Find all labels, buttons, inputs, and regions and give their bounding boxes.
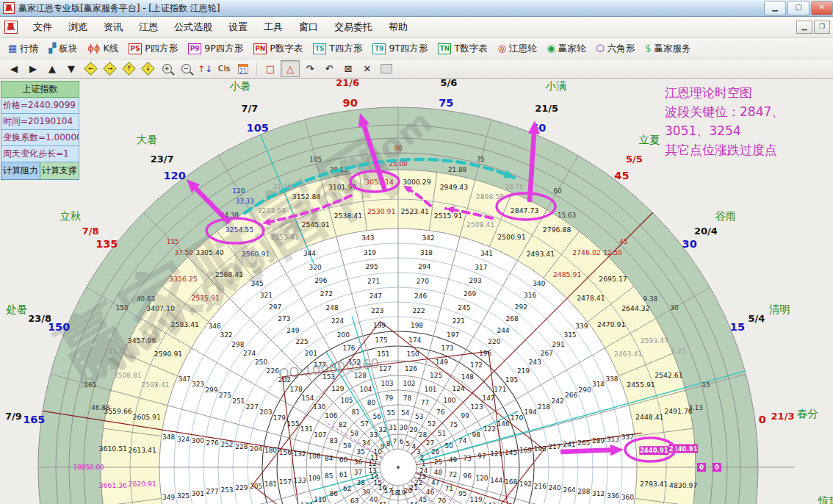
- toolbar-label: P四方形: [145, 43, 178, 55]
- pan-up-button[interactable]: ▲: [43, 61, 61, 76]
- svg-text:294: 294: [418, 263, 430, 270]
- svg-text:349: 349: [162, 494, 175, 501]
- svg-text:192: 192: [519, 480, 532, 488]
- svg-text:大暑: 大暑: [136, 134, 157, 145]
- toolbar-button-t-number-table[interactable]: TNT数字表: [433, 40, 492, 57]
- toolbar-button-hexagon[interactable]: ⬡六角形: [591, 40, 640, 57]
- toolbar-button-winner-wheel[interactable]: ◉赢家轮: [541, 40, 591, 57]
- window-title: 赢家江恩专业版[赢家服务平台] - [上证指数 江恩轮]: [18, 2, 220, 15]
- svg-text:79: 79: [385, 395, 394, 402]
- svg-text:85: 85: [325, 472, 333, 480]
- svg-text:37: 37: [354, 469, 362, 476]
- triangle-tool-button[interactable]: △: [281, 60, 300, 77]
- svg-text:78: 78: [403, 395, 412, 402]
- step-right-button[interactable]: →: [101, 61, 118, 76]
- menu-item-浏览[interactable]: 浏览: [60, 17, 95, 37]
- note-line: 波段关键位：2847、: [665, 102, 784, 121]
- rotate-ccw-button[interactable]: ↶: [320, 61, 338, 76]
- svg-text:168: 168: [505, 478, 517, 486]
- menu-item-文件[interactable]: 文件: [25, 17, 60, 37]
- toolbar-button-t-square[interactable]: TST四方形: [308, 40, 367, 57]
- menu-bar: 赢 文件浏览资讯江恩公式选股设置工具窗口交易委托帮助 ▁ ❐: [0, 17, 833, 38]
- svg-text:54: 54: [401, 409, 410, 417]
- minimize-button[interactable]: ▁: [764, 1, 786, 15]
- svg-text:170: 170: [511, 414, 523, 422]
- title-bar: 赢 赢家江恩专业版[赢家服务平台] - [上证指数 江恩轮] ▁ ▢ ✕: [0, 0, 833, 17]
- svg-text:270: 270: [416, 278, 429, 285]
- pan-left-button[interactable]: ◀: [5, 61, 23, 76]
- close-button[interactable]: ✕: [811, 1, 833, 15]
- step-up-button[interactable]: ↑: [120, 61, 137, 76]
- toolbar-button-sectors[interactable]: ▞板块: [43, 40, 82, 57]
- note-line: 江恩理论时空图: [665, 83, 784, 102]
- svg-text:271: 271: [367, 278, 380, 285]
- svg-text:154: 154: [301, 395, 314, 402]
- step-down-button[interactable]: ↓: [139, 61, 156, 76]
- mdi-minimize-button[interactable]: ▁: [796, 21, 812, 34]
- menu-item-江恩[interactable]: 江恩: [131, 17, 166, 37]
- svg-text:315: 315: [563, 331, 576, 339]
- toolbar-button-p-square[interactable]: PSP四方形: [123, 40, 183, 57]
- svg-text:95: 95: [458, 490, 466, 497]
- calc-support-button[interactable]: 计算支撑: [40, 162, 79, 180]
- toolbar-button-gann-wheel[interactable]: ◎江恩轮: [493, 40, 542, 57]
- pn-badge-icon: PN: [253, 43, 267, 54]
- toolbar-button-9p-square[interactable]: P99P四方形: [183, 40, 248, 57]
- delete-box-button[interactable]: ⊠: [339, 61, 357, 76]
- svg-text:12.50: 12.50: [603, 249, 622, 256]
- toolbar-label: T四方形: [329, 43, 362, 55]
- step-left-button[interactable]: ←: [82, 61, 99, 76]
- svg-text:2440.91: 2440.91: [640, 447, 668, 454]
- svg-text:268: 268: [506, 315, 519, 323]
- svg-text:81: 81: [351, 408, 359, 416]
- toolbar-label: 行情: [20, 43, 38, 55]
- svg-text:49: 49: [449, 456, 458, 464]
- zoom-out-button[interactable]: −: [177, 61, 195, 76]
- svg-text:31: 31: [389, 424, 397, 431]
- svg-text:218: 218: [538, 403, 550, 411]
- menu-item-帮助[interactable]: 帮助: [381, 17, 416, 37]
- ts-badge-icon: TS: [313, 43, 326, 54]
- panel-row-0: 价格=2440.9099: [1, 98, 79, 114]
- toolbar-button-9t-square[interactable]: T99T四方形: [367, 40, 433, 57]
- svg-text:339: 339: [575, 323, 588, 330]
- svg-text:241: 241: [563, 441, 575, 448]
- rect-tool-button[interactable]: □: [262, 61, 279, 76]
- pan-right-button[interactable]: ▶: [24, 61, 42, 76]
- svg-text:3610.51: 3610.51: [99, 444, 128, 453]
- svg-text:3661.36: 3661.36: [99, 481, 128, 489]
- svg-text:173: 173: [441, 345, 453, 352]
- svg-text:45: 45: [614, 170, 629, 181]
- maximize-button[interactable]: ▢: [787, 1, 809, 15]
- toolbar-button-quotes[interactable]: ▦行情: [3, 40, 43, 57]
- svg-text:2542.61: 2542.61: [654, 371, 683, 379]
- cls-button[interactable]: Cls: [215, 61, 233, 76]
- menu-item-资讯[interactable]: 资讯: [95, 17, 131, 37]
- menu-item-设置[interactable]: 设置: [220, 17, 256, 37]
- toolbar-button-p-number-table[interactable]: PNP数字表: [248, 40, 308, 57]
- calendar-button[interactable]: 21: [234, 61, 252, 76]
- toolbar-button-winner-service[interactable]: $赢家服务: [640, 40, 696, 57]
- toolbar-button-kline[interactable]: ϕϕK线: [82, 40, 123, 57]
- menu-item-窗口[interactable]: 窗口: [291, 17, 326, 37]
- ps-badge-icon: PS: [129, 43, 142, 54]
- svg-text:130: 130: [313, 403, 325, 411]
- menu-item-公式选股[interactable]: 公式选股: [166, 17, 220, 37]
- menu-item-交易委托[interactable]: 交易委托: [326, 17, 381, 37]
- pan-down-button[interactable]: ▼: [62, 61, 80, 76]
- menu-item-工具[interactable]: 工具: [256, 17, 291, 37]
- svg-text:151: 151: [377, 350, 389, 358]
- mdi-restore-button[interactable]: ❐: [814, 21, 830, 34]
- updown-button[interactable]: ↑↓: [196, 61, 214, 76]
- svg-text:2620.91: 2620.91: [128, 480, 156, 488]
- svg-text:15: 15: [702, 381, 710, 389]
- svg-text:124: 124: [452, 385, 465, 392]
- rotate-cw-button[interactable]: ↷: [301, 61, 319, 76]
- screen-button[interactable]: [378, 61, 395, 76]
- svg-text:175: 175: [375, 336, 388, 344]
- svg-text:97: 97: [477, 453, 486, 460]
- calc-resistance-button[interactable]: 计算阻力: [1, 162, 40, 180]
- zoom-in-button[interactable]: +: [158, 61, 176, 76]
- fit-button[interactable]: ✕: [358, 61, 376, 76]
- svg-text:45: 45: [619, 238, 627, 245]
